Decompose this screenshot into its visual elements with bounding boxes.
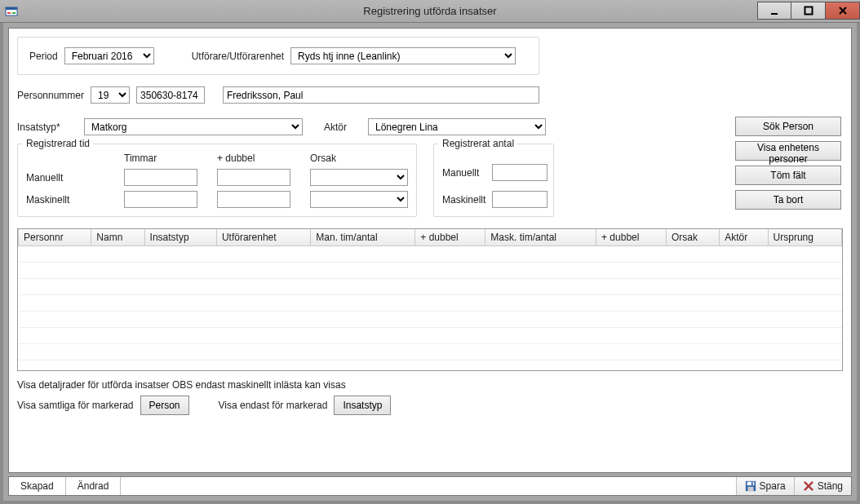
registrerad-tid-group: Registrerad tid Timmar + dubbel Orsak Ma… bbox=[17, 144, 417, 217]
stang-label: Stäng bbox=[818, 480, 843, 492]
maximize-button[interactable] bbox=[791, 2, 826, 20]
client-area: Period Februari 2016 Utförare/Utförarenh… bbox=[3, 23, 857, 501]
detail-row: Visa samtliga för markerad Person Visa e… bbox=[17, 396, 843, 415]
table-header[interactable]: Insatstyp bbox=[144, 229, 216, 246]
svg-rect-3 bbox=[12, 12, 16, 14]
svg-rect-9 bbox=[751, 482, 752, 485]
visa-endast-label: Visa endast för markerad bbox=[219, 400, 328, 411]
orsak-header: Orsak bbox=[310, 153, 408, 164]
manuellt-antal-label: Manuellt bbox=[442, 167, 485, 179]
stang-button[interactable]: Stäng bbox=[794, 477, 851, 495]
svg-rect-1 bbox=[6, 7, 17, 10]
period-label: Period bbox=[29, 51, 58, 62]
minimize-button[interactable] bbox=[757, 2, 791, 20]
status-skapad: Skapad bbox=[9, 477, 66, 495]
aktor-label: Aktör bbox=[324, 122, 347, 133]
maskinellt-dubbel-input[interactable] bbox=[217, 191, 290, 208]
close-button[interactable] bbox=[826, 2, 860, 20]
person-row: Personnummer 19 bbox=[17, 86, 843, 104]
manuellt-antal-input[interactable] bbox=[492, 164, 547, 181]
utforare-label: Utförare/Utförarenhet bbox=[192, 51, 284, 62]
detail-person-button[interactable]: Person bbox=[140, 396, 189, 415]
visa-samtliga-label: Visa samtliga för markerad bbox=[17, 400, 134, 411]
maskinellt-timmar-input[interactable] bbox=[124, 191, 197, 208]
aktor-select[interactable]: Lönegren Lina bbox=[368, 118, 546, 135]
detail-note: Visa detaljrader för utförda insatser OB… bbox=[17, 379, 843, 391]
table-header[interactable]: Mask. tim/antal bbox=[485, 229, 596, 246]
ta-bort-button[interactable]: Ta bort bbox=[735, 190, 841, 210]
person-name-input bbox=[223, 86, 539, 104]
insats-row: Insatstyp* Matkorg Aktör Lönegren Lina bbox=[17, 118, 843, 135]
table-header[interactable]: Man. tim/antal bbox=[311, 229, 415, 246]
personnummer-input[interactable] bbox=[136, 86, 205, 104]
table-header[interactable]: Namn bbox=[91, 229, 144, 246]
century-select[interactable]: 19 bbox=[91, 86, 130, 104]
antal-legend: Registrerat antal bbox=[439, 138, 517, 149]
maskinellt-tid-label: Maskinellt bbox=[26, 194, 113, 206]
sok-person-button[interactable]: Sök Person bbox=[735, 117, 841, 136]
visa-enhet-button[interactable]: Visa enhetens personer bbox=[735, 141, 841, 161]
insatstyp-label: Insatstyp* bbox=[17, 122, 78, 133]
right-action-panel: Sök Person Visa enhetens personer Töm fä… bbox=[735, 117, 841, 210]
app-icon bbox=[5, 5, 18, 18]
dubbel-header: + dubbel bbox=[217, 153, 299, 164]
svg-rect-8 bbox=[747, 487, 753, 491]
status-andrad: Ändrad bbox=[66, 477, 122, 495]
tid-legend: Registrerad tid bbox=[23, 138, 93, 149]
table-header[interactable]: Orsak bbox=[667, 229, 720, 246]
manuellt-tid-label: Manuellt bbox=[26, 172, 113, 183]
table-header[interactable]: Personnr bbox=[19, 229, 91, 246]
timmar-header: Timmar bbox=[124, 153, 206, 164]
period-panel: Period Februari 2016 Utförare/Utförarenh… bbox=[17, 37, 539, 75]
spara-button[interactable]: Spara bbox=[736, 477, 794, 495]
insats-table[interactable]: PersonnrNamnInsatstypUtförarenhetMan. ti… bbox=[17, 228, 843, 371]
registrerat-antal-group: Registrerat antal Manuellt Maskinellt bbox=[433, 144, 554, 217]
svg-rect-7 bbox=[747, 482, 754, 485]
manuellt-dubbel-input[interactable] bbox=[217, 169, 290, 186]
table-header[interactable]: Ursprung bbox=[768, 229, 841, 246]
svg-rect-2 bbox=[7, 12, 11, 14]
save-icon bbox=[745, 480, 756, 492]
maskinellt-antal-label: Maskinellt bbox=[442, 194, 485, 206]
svg-rect-4 bbox=[771, 13, 778, 15]
table-header[interactable]: + dubbel bbox=[415, 229, 485, 246]
table-header[interactable]: Aktör bbox=[720, 229, 768, 246]
titlebar: Registrering utförda insatser bbox=[0, 0, 860, 23]
personnummer-label: Personnummer bbox=[17, 90, 84, 101]
svg-rect-5 bbox=[805, 7, 812, 15]
maskinellt-orsak-select[interactable] bbox=[310, 191, 408, 208]
spara-label: Spara bbox=[760, 480, 786, 492]
period-select[interactable]: Februari 2016 bbox=[64, 47, 154, 64]
utforare-select[interactable]: Ryds htj inne (Leanlink) bbox=[290, 47, 516, 64]
maskinellt-antal-input[interactable] bbox=[492, 191, 547, 208]
main-form: Period Februari 2016 Utförare/Utförarenh… bbox=[8, 28, 852, 473]
manuellt-orsak-select[interactable] bbox=[310, 169, 408, 186]
window-title: Registrering utförda insatser bbox=[0, 5, 860, 17]
table-header[interactable]: + dubbel bbox=[596, 229, 667, 246]
insatstyp-select[interactable]: Matkorg bbox=[84, 118, 303, 135]
manuellt-timmar-input[interactable] bbox=[124, 169, 197, 186]
tom-falt-button[interactable]: Töm fält bbox=[735, 166, 841, 185]
table-header[interactable]: Utförarenhet bbox=[216, 229, 310, 246]
close-icon bbox=[803, 480, 814, 492]
status-bar: Skapad Ändrad Spara Stäng bbox=[8, 476, 852, 496]
detail-insatstyp-button[interactable]: Insatstyp bbox=[334, 396, 391, 415]
